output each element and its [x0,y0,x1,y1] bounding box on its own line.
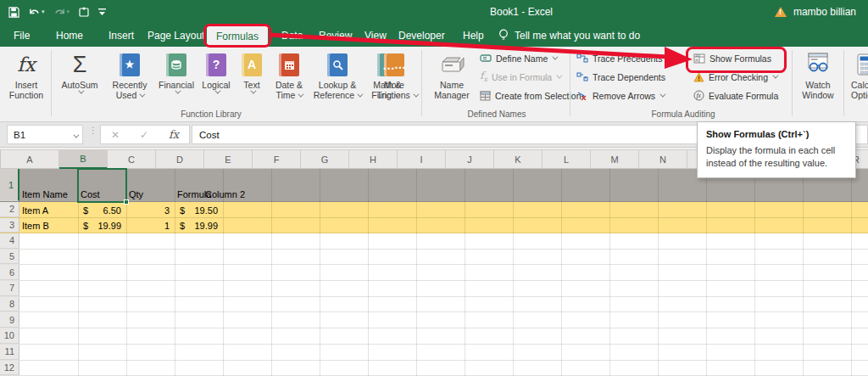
cell-c2[interactable]: 3 [126,205,170,216]
insert-function-button[interactable]: fx Insert Function [5,49,47,100]
row-header-3[interactable]: 3 [0,218,19,233]
column-header-d[interactable]: D [156,150,204,169]
name-box[interactable]: B1 [7,125,83,144]
text-button[interactable]: A Text [237,49,266,94]
sheet-row-6[interactable]: 6 [0,265,868,281]
financial-button[interactable]: Financial [156,49,197,94]
cell-a1[interactable]: Item Name [22,189,68,199]
tab-file[interactable]: File [5,24,38,47]
sheet-row-3[interactable]: 3 Item B $19.99 1 $19.99 [0,218,868,234]
date-time-button[interactable]: Date & Time [270,49,309,100]
name-manager-button[interactable]: Name Manager [427,49,476,100]
remove-arrows-button[interactable]: Remove Arrows [576,88,665,103]
select-all-corner[interactable] [0,150,1,169]
tab-view[interactable]: View [356,24,395,47]
formula-bar-grip[interactable]: ⋮ [89,129,97,132]
row-header-12[interactable]: 12 [0,361,19,376]
autosum-button[interactable]: Σ AutoSum [54,49,105,94]
group-label-function-library: Function Library [2,109,420,119]
cell-b2[interactable]: $6.50 [78,205,126,216]
row-header-8[interactable]: 8 [0,297,19,312]
row-header-10[interactable]: 10 [0,328,19,344]
tab-formulas[interactable]: Formulas [207,25,268,47]
cancel-x-icon[interactable]: ✕ [111,129,120,141]
column-header-h[interactable]: H [349,150,398,169]
column-header-b[interactable]: B [59,150,108,169]
column-header-k[interactable]: K [494,150,542,169]
ribbon: fx Insert Function Σ AutoSum ★ Recently … [0,47,868,122]
tab-home[interactable]: Home [47,24,92,47]
sheet-row-10[interactable]: 10 [0,328,868,345]
name-box-dropdown-icon[interactable] [73,130,77,140]
sheet-row-4[interactable]: 4 [0,233,868,250]
redo-icon[interactable]: ▾ [53,7,70,18]
column-header-g[interactable]: G [301,150,349,169]
row-header-4[interactable]: 4 [0,233,19,249]
tab-data[interactable]: Data [273,24,311,47]
create-from-selection-button[interactable]: Create from Selection [480,88,581,103]
row-header-1[interactable]: 1 [0,169,19,201]
error-checking-button[interactable]: Error Checking [693,70,778,84]
define-name-button[interactable]: Define Name [480,51,581,65]
row-header-2[interactable]: 2 [0,202,19,217]
column-header-e[interactable]: E [204,150,253,169]
undo-icon[interactable]: ▾ [28,7,45,18]
cell-d2[interactable]: $19.50 [175,205,223,216]
sheet-row-8[interactable]: 8 [0,297,868,313]
tab-page-layout[interactable]: Page Layout [139,24,213,47]
enter-check-icon[interactable]: ✓ [140,129,148,141]
sheet-row-5[interactable]: 5 [0,250,868,266]
trace-dependents-button[interactable]: Trace Dependents [576,70,665,84]
touch-mode-icon[interactable] [78,6,90,18]
sheet-row-2[interactable]: 2 Item A $6.50 3 $19.50 [0,202,868,218]
tooltip-title: Show Formulas (Ctrl+`) [706,129,847,139]
tab-developer[interactable]: Developer [390,24,453,47]
insert-function-fx-icon[interactable]: fx [169,128,179,141]
row-header-11[interactable]: 11 [0,345,19,360]
calculation-options-button[interactable]: Calculation Options [848,49,868,100]
evaluate-formula-button[interactable]: fx Evaluate Formula [693,88,778,103]
account-area[interactable]: mambo billian [775,0,856,24]
fill-handle[interactable] [124,199,129,205]
row-header-6[interactable]: 6 [0,265,19,280]
user-name: mambo billian [793,6,856,18]
column-header-n[interactable]: N [639,150,687,169]
column-header-j[interactable]: J [446,150,494,169]
logical-button[interactable]: ? Logical [198,49,234,94]
use-in-formula-button[interactable]: fx Use in Formula [480,70,581,84]
more-functions-button[interactable]: …… More Functions [370,49,419,100]
row-header-7[interactable]: 7 [0,281,19,296]
column-header-f[interactable]: F [253,150,301,169]
sheet-row-7[interactable]: 7 [0,281,868,297]
tab-help[interactable]: Help [454,24,492,47]
cell-c3[interactable]: 1 [126,221,170,231]
column-header-c[interactable]: C [108,150,156,169]
show-formulas-button[interactable]: 15fx Show Formulas [693,51,778,65]
cell-a2[interactable]: Item A [22,205,48,216]
tell-me-box[interactable]: Tell me what you want to do [498,24,640,47]
cell-c1[interactable]: Qty [129,189,143,199]
sheet-row-11[interactable]: 11 [0,345,868,361]
sheet-row-12[interactable]: 12 [0,361,868,376]
column-header-l[interactable]: L [542,150,591,169]
save-icon[interactable] [8,7,19,18]
group-watch-window: Watch Window [795,47,841,121]
column-header-m[interactable]: M [591,150,639,169]
column-header-i[interactable]: I [398,150,446,169]
tab-review[interactable]: Review [310,24,360,47]
row-header-5[interactable]: 5 [0,250,19,265]
spreadsheet-grid: A B C D E F G H I J K L M N O P Q R 1 It… [0,149,868,376]
lookup-reference-button[interactable]: Lookup & Reference [310,49,364,100]
cell-e1[interactable]: Column 2 [205,189,245,199]
trace-precedents-button[interactable]: Trace Precedents [576,51,665,65]
cell-d3[interactable]: $19.99 [175,221,223,231]
sheet-row-9[interactable]: 9 [0,312,868,328]
customize-quick-access-icon[interactable] [98,8,106,16]
cell-a3[interactable]: Item B [22,221,49,231]
row-header-9[interactable]: 9 [0,312,19,328]
tab-insert[interactable]: Insert [100,24,142,47]
column-header-a[interactable]: A [1,150,59,169]
cell-b3[interactable]: $19.99 [78,221,126,231]
recently-used-button[interactable]: ★ Recently Used [107,49,153,100]
watch-window-button[interactable]: Watch Window [795,49,841,100]
